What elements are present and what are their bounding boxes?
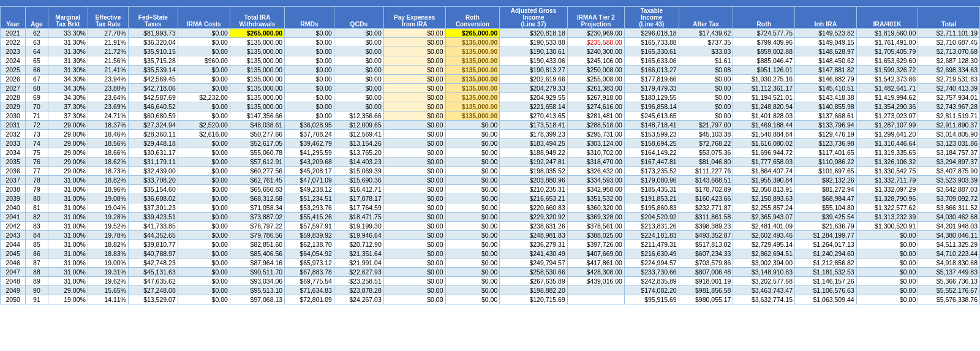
col-header-year: Year (1, 7, 26, 29)
table-row: 20499029.00%15.65%$27,248.08$0.00$95,513… (1, 286, 980, 295)
col-header-qcds: QCDs (334, 7, 383, 29)
col-header-ira401k: IRA/401K (856, 7, 918, 29)
table-row: 20509119.00%14.11%$13,529.07$0.00$97,068… (1, 295, 980, 304)
table-row: 20226331.30%21.91%$36,320.04$0.00$135,00… (1, 38, 980, 47)
table-row: 20408131.00%19.04%$37,301.23$0.00$71,058… (1, 203, 980, 213)
table-row: 20286934.30%23.64%$42,587.69$2,232.00$13… (1, 93, 980, 102)
table-row: 20458631.00%18.83%$40,788.97$0.00$85,406… (1, 249, 980, 259)
table-row: 20266734.30%23.94%$42,569.45$0.00$135,00… (1, 75, 980, 84)
table-row: 20377831.00%18.82%$33,708.20$0.00$62,761… (1, 176, 980, 185)
header-row-1: Year Age MarginalTax Brkt EffectiveTax R… (1, 7, 980, 29)
table-row: 20317229.00%18.37%$27,324.94$2,520.00$48… (1, 121, 980, 130)
main-table: Year Age MarginalTax Brkt EffectiveTax R… (0, 6, 980, 304)
table-row: 20468731.00%19.00%$42,748.23$0.00$87,964… (1, 259, 980, 268)
col-header-age: Age (26, 7, 48, 29)
col-header-eff: EffectiveTax Rate (88, 7, 128, 29)
col-header-pay: Pay Expensesfrom IRA (383, 7, 445, 29)
col-header-aftertax: After Tax (679, 7, 733, 29)
col-header-irmaa: IRMAA Tier 2Projection (567, 7, 624, 29)
table-row: 20347529.00%18.66%$30,631.17$0.00$55,060… (1, 148, 980, 157)
col-header-roth-amt: Roth (733, 7, 795, 29)
col-header-total: Total (918, 7, 980, 29)
table-row: 20438431.00%19.78%$44,352.65$0.00$79,786… (1, 231, 980, 240)
table-row: 20276834.30%23.80%$42,718.06$0.00$135,00… (1, 84, 980, 93)
table-row: 20398031.00%19.08%$36,608.02$0.00$68,312… (1, 194, 980, 203)
table-row: 20246531.30%21.56%$35,715.28$960.00$135,… (1, 56, 980, 66)
col-header-taxinc: TaxableIncome(Line 43) (624, 7, 679, 29)
col-header-agi: Adjusted GrossIncome(Line 37) (500, 7, 568, 29)
col-header-roth: RothConversion (445, 7, 500, 29)
table-row: 20337429.00%18.56%$29,448.18$0.00$52,617… (1, 139, 980, 148)
table-row: 20448531.00%18.82%$39,810.77$0.00$82,851… (1, 240, 980, 249)
table-row: 20488931.00%19.62%$47,635.62$0.00$93,034… (1, 277, 980, 286)
table-row: 20297037.30%23.69%$46,640.52$0.00$135,00… (1, 102, 980, 111)
table-row: 20327329.00%18.46%$28,360.11$2,616.00$50… (1, 130, 980, 139)
table-row: 20418231.00%19.28%$39,423.51$0.00$73,887… (1, 213, 980, 222)
col-header-inh: Inh IRA (795, 7, 857, 29)
col-header-total-ira: Total IRAWithdrawals (230, 7, 284, 29)
table-row: 20387931.00%18.96%$35,154.60$0.00$65,650… (1, 185, 980, 194)
table-row: 20357629.00%18.62%$31,179.11$0.00$57,612… (1, 157, 980, 167)
title-bar (0, 0, 980, 6)
table-row: 20256631.30%21.41%$35,539.14$0.00$135,00… (1, 66, 980, 75)
col-header-rmds: RMDs (285, 7, 334, 29)
table-row: 20216233.30%27.70%$81,993.73$0.00$265,00… (1, 29, 980, 38)
col-header-marg: MarginalTax Brkt (48, 7, 88, 29)
table-row: 20236431.30%21.72%$35,910.15$0.00$135,00… (1, 47, 980, 56)
table-row: 20307137.30%24.71%$60,680.59$0.00$147,35… (1, 111, 980, 121)
table-row: 20428331.00%19.52%$41,733.85$0.00$76,797… (1, 222, 980, 231)
table-row: 20367729.00%18.73%$32,439.00$0.00$60,277… (1, 167, 980, 176)
col-header-irma: IRMA Costs (178, 7, 230, 29)
table-row: 20478831.00%19.31%$45,131.63$0.00$90,511… (1, 268, 980, 277)
col-header-fed: Fed+StateTaxes (128, 7, 178, 29)
